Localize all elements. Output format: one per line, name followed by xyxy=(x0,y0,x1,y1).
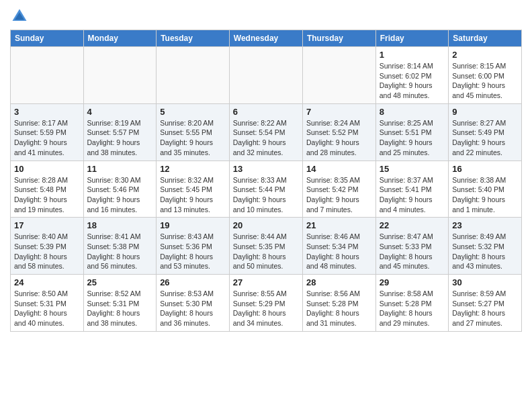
cell-info: Sunrise: 8:14 AM Sunset: 6:02 PM Dayligh… xyxy=(380,61,445,101)
cell-info: Sunrise: 8:20 AM Sunset: 5:55 PM Dayligh… xyxy=(160,118,226,158)
day-header-wednesday: Wednesday xyxy=(229,30,302,47)
week-row-2: 3Sunrise: 8:17 AM Sunset: 5:59 PM Daylig… xyxy=(11,103,522,161)
cell-info: Sunrise: 8:37 AM Sunset: 5:41 PM Dayligh… xyxy=(380,175,445,215)
calendar-cell: 14Sunrise: 8:35 AM Sunset: 5:42 PM Dayli… xyxy=(302,161,375,218)
cell-day-number: 24 xyxy=(14,277,80,287)
cell-info: Sunrise: 8:50 AM Sunset: 5:31 PM Dayligh… xyxy=(14,289,80,328)
calendar-cell xyxy=(302,47,375,104)
cell-info: Sunrise: 8:38 AM Sunset: 5:40 PM Dayligh… xyxy=(452,175,518,215)
calendar-cell: 4Sunrise: 8:19 AM Sunset: 5:57 PM Daylig… xyxy=(83,103,157,161)
calendar-cell: 20Sunrise: 8:44 AM Sunset: 5:35 PM Dayli… xyxy=(229,218,302,275)
cell-day-number: 29 xyxy=(380,277,445,287)
calendar-cell: 30Sunrise: 8:59 AM Sunset: 5:27 PM Dayli… xyxy=(449,275,522,332)
calendar-cell: 7Sunrise: 8:24 AM Sunset: 5:52 PM Daylig… xyxy=(302,103,375,161)
calendar-cell: 13Sunrise: 8:33 AM Sunset: 5:44 PM Dayli… xyxy=(229,161,302,218)
day-header-friday: Friday xyxy=(375,30,448,47)
calendar-cell: 16Sunrise: 8:38 AM Sunset: 5:40 PM Dayli… xyxy=(449,161,522,218)
cell-day-number: 14 xyxy=(306,164,372,174)
header xyxy=(10,7,522,26)
cell-info: Sunrise: 8:35 AM Sunset: 5:42 PM Dayligh… xyxy=(306,175,372,215)
cell-day-number: 26 xyxy=(160,277,226,287)
week-row-1: 1Sunrise: 8:14 AM Sunset: 6:02 PM Daylig… xyxy=(11,47,522,104)
cell-day-number: 8 xyxy=(380,107,445,117)
calendar-cell: 12Sunrise: 8:32 AM Sunset: 5:45 PM Dayli… xyxy=(157,161,230,218)
logo xyxy=(10,7,32,26)
cell-day-number: 20 xyxy=(233,220,299,230)
cell-info: Sunrise: 8:53 AM Sunset: 5:30 PM Dayligh… xyxy=(160,289,226,328)
cell-day-number: 30 xyxy=(452,277,518,287)
cell-info: Sunrise: 8:44 AM Sunset: 5:35 PM Dayligh… xyxy=(233,232,299,271)
calendar-cell: 24Sunrise: 8:50 AM Sunset: 5:31 PM Dayli… xyxy=(11,275,84,332)
cell-day-number: 22 xyxy=(380,220,445,230)
cell-day-number: 18 xyxy=(87,220,153,230)
calendar-cell: 22Sunrise: 8:47 AM Sunset: 5:33 PM Dayli… xyxy=(375,218,448,275)
cell-info: Sunrise: 8:40 AM Sunset: 5:39 PM Dayligh… xyxy=(14,232,80,271)
cell-day-number: 19 xyxy=(160,220,226,230)
calendar: SundayMondayTuesdayWednesdayThursdayFrid… xyxy=(10,30,522,332)
cell-day-number: 9 xyxy=(452,107,518,117)
cell-day-number: 4 xyxy=(87,107,153,117)
calendar-cell: 6Sunrise: 8:22 AM Sunset: 5:54 PM Daylig… xyxy=(229,103,302,161)
cell-day-number: 15 xyxy=(380,164,445,174)
cell-info: Sunrise: 8:22 AM Sunset: 5:54 PM Dayligh… xyxy=(233,118,299,158)
logo-icon xyxy=(10,7,29,26)
day-header-tuesday: Tuesday xyxy=(157,30,230,47)
calendar-cell: 9Sunrise: 8:27 AM Sunset: 5:49 PM Daylig… xyxy=(449,103,522,161)
cell-info: Sunrise: 8:56 AM Sunset: 5:28 PM Dayligh… xyxy=(306,289,372,328)
cell-info: Sunrise: 8:59 AM Sunset: 5:27 PM Dayligh… xyxy=(452,289,518,328)
week-row-4: 17Sunrise: 8:40 AM Sunset: 5:39 PM Dayli… xyxy=(11,218,522,275)
day-header-monday: Monday xyxy=(83,30,157,47)
cell-day-number: 27 xyxy=(233,277,299,287)
calendar-cell: 3Sunrise: 8:17 AM Sunset: 5:59 PM Daylig… xyxy=(11,103,84,161)
cell-day-number: 6 xyxy=(233,107,299,117)
calendar-cell xyxy=(83,47,157,104)
cell-info: Sunrise: 8:27 AM Sunset: 5:49 PM Dayligh… xyxy=(452,118,518,158)
cell-day-number: 7 xyxy=(306,107,372,117)
cell-info: Sunrise: 8:58 AM Sunset: 5:28 PM Dayligh… xyxy=(380,289,445,328)
calendar-cell: 21Sunrise: 8:46 AM Sunset: 5:34 PM Dayli… xyxy=(302,218,375,275)
cell-day-number: 13 xyxy=(233,164,299,174)
calendar-cell xyxy=(157,47,230,104)
calendar-cell: 28Sunrise: 8:56 AM Sunset: 5:28 PM Dayli… xyxy=(302,275,375,332)
cell-day-number: 5 xyxy=(160,107,226,117)
day-header-thursday: Thursday xyxy=(302,30,375,47)
cell-info: Sunrise: 8:32 AM Sunset: 5:45 PM Dayligh… xyxy=(160,175,226,215)
calendar-cell: 10Sunrise: 8:28 AM Sunset: 5:48 PM Dayli… xyxy=(11,161,84,218)
cell-info: Sunrise: 8:46 AM Sunset: 5:34 PM Dayligh… xyxy=(306,232,372,271)
header-row: SundayMondayTuesdayWednesdayThursdayFrid… xyxy=(11,30,522,47)
calendar-cell: 15Sunrise: 8:37 AM Sunset: 5:41 PM Dayli… xyxy=(375,161,448,218)
calendar-cell: 18Sunrise: 8:41 AM Sunset: 5:38 PM Dayli… xyxy=(83,218,157,275)
cell-info: Sunrise: 8:25 AM Sunset: 5:51 PM Dayligh… xyxy=(380,118,445,158)
cell-info: Sunrise: 8:43 AM Sunset: 5:36 PM Dayligh… xyxy=(160,232,226,271)
week-row-3: 10Sunrise: 8:28 AM Sunset: 5:48 PM Dayli… xyxy=(11,161,522,218)
calendar-cell: 17Sunrise: 8:40 AM Sunset: 5:39 PM Dayli… xyxy=(11,218,84,275)
cell-info: Sunrise: 8:30 AM Sunset: 5:46 PM Dayligh… xyxy=(87,175,153,215)
calendar-cell: 29Sunrise: 8:58 AM Sunset: 5:28 PM Dayli… xyxy=(375,275,448,332)
calendar-cell: 11Sunrise: 8:30 AM Sunset: 5:46 PM Dayli… xyxy=(83,161,157,218)
calendar-cell: 1Sunrise: 8:14 AM Sunset: 6:02 PM Daylig… xyxy=(375,47,448,104)
cell-info: Sunrise: 8:55 AM Sunset: 5:29 PM Dayligh… xyxy=(233,289,299,328)
week-row-5: 24Sunrise: 8:50 AM Sunset: 5:31 PM Dayli… xyxy=(11,275,522,332)
day-header-saturday: Saturday xyxy=(449,30,522,47)
calendar-cell: 5Sunrise: 8:20 AM Sunset: 5:55 PM Daylig… xyxy=(157,103,230,161)
cell-day-number: 2 xyxy=(452,50,518,60)
cell-day-number: 16 xyxy=(452,164,518,174)
cell-day-number: 12 xyxy=(160,164,226,174)
cell-day-number: 25 xyxy=(87,277,153,287)
cell-day-number: 1 xyxy=(380,50,445,60)
cell-info: Sunrise: 8:49 AM Sunset: 5:32 PM Dayligh… xyxy=(452,232,518,271)
cell-day-number: 17 xyxy=(14,220,80,230)
cell-day-number: 10 xyxy=(14,164,80,174)
cell-info: Sunrise: 8:52 AM Sunset: 5:31 PM Dayligh… xyxy=(87,289,153,328)
cell-day-number: 28 xyxy=(306,277,372,287)
calendar-cell xyxy=(11,47,84,104)
day-header-sunday: Sunday xyxy=(11,30,84,47)
cell-day-number: 23 xyxy=(452,220,518,230)
cell-day-number: 3 xyxy=(14,107,80,117)
cell-day-number: 11 xyxy=(87,164,153,174)
cell-info: Sunrise: 8:41 AM Sunset: 5:38 PM Dayligh… xyxy=(87,232,153,271)
cell-info: Sunrise: 8:19 AM Sunset: 5:57 PM Dayligh… xyxy=(87,118,153,158)
calendar-cell: 27Sunrise: 8:55 AM Sunset: 5:29 PM Dayli… xyxy=(229,275,302,332)
calendar-cell: 26Sunrise: 8:53 AM Sunset: 5:30 PM Dayli… xyxy=(157,275,230,332)
cell-info: Sunrise: 8:28 AM Sunset: 5:48 PM Dayligh… xyxy=(14,175,80,215)
